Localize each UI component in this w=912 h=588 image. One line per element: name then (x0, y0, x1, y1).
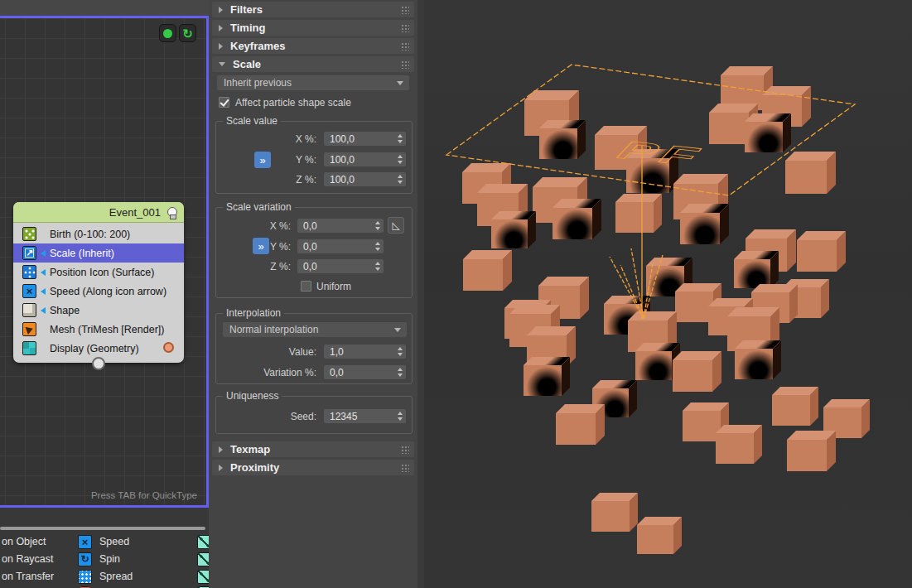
spinner[interactable] (395, 172, 404, 186)
variation-curve-button[interactable]: ◺ (388, 217, 404, 234)
spinner[interactable] (373, 259, 382, 273)
chevron-down-icon (219, 62, 225, 66)
seed-field[interactable]: 12345 (324, 409, 406, 423)
depot-item-label[interactable]: Speed (99, 536, 129, 547)
event-item-scale[interactable]: ↗Scale (Inherit) (13, 243, 184, 263)
event-item-label: Position Icon (Surface) (50, 267, 154, 278)
spinner[interactable] (395, 345, 404, 359)
depot-left-label[interactable]: on Raycast (2, 553, 54, 565)
speed-icon[interactable]: × (78, 535, 92, 549)
spinner[interactable] (373, 219, 382, 233)
pf-source-icon[interactable]: PF (424, 0, 912, 588)
rollout-filters[interactable]: Filters (212, 2, 414, 17)
display-color-swatch[interactable] (163, 342, 174, 353)
test-icon[interactable] (197, 570, 209, 584)
event-node[interactable]: Event_001 Birth (0-100: 200)↗Scale (Inhe… (13, 202, 184, 363)
event-node-header[interactable]: Event_001 (13, 202, 184, 223)
event-item-label: Mesh (TriMesh [Render]) (50, 324, 164, 335)
scale-variation-expand-button[interactable]: » (253, 238, 269, 254)
scale-value-x-row: X %: 100,0 (216, 132, 412, 146)
event-item-speed[interactable]: ×Speed (Along icon arrow) (13, 282, 184, 301)
scale-value-x-field[interactable]: 100,0 (324, 132, 406, 146)
spin-icon[interactable]: ↻ (78, 552, 92, 566)
scale-icon: ↗ (22, 246, 36, 260)
scale-inherit-dropdown[interactable]: Inherit previous (217, 75, 409, 90)
chevron-right-icon (219, 43, 223, 50)
interpolation-variation-field[interactable]: 0,0 (324, 365, 406, 379)
lightbulb-icon[interactable] (167, 207, 177, 217)
spinner[interactable] (373, 239, 382, 253)
event-item-label: Scale (Inherit) (50, 248, 114, 259)
field-value: 1,0 (330, 346, 344, 358)
rollout-proximity[interactable]: Proximity (212, 460, 414, 475)
seed-label: Seed: (291, 411, 316, 422)
event-item-label: Speed (Along icon arrow) (50, 286, 166, 297)
depot-item-label[interactable]: Spin (99, 553, 120, 565)
affect-shape-scale-checkbox[interactable] (219, 97, 229, 108)
z-label: Z %: (270, 261, 291, 272)
spread-icon[interactable] (78, 570, 92, 584)
scale-variation-x-field[interactable]: 0,0 (297, 219, 384, 233)
panel-scroll-gutter[interactable] (417, 0, 424, 588)
field-value: 0,0 (330, 367, 344, 378)
depot-row-spin: on Raycast↻Spin (0, 551, 209, 567)
spinner[interactable] (395, 152, 404, 166)
grip-icon[interactable] (401, 464, 409, 472)
scale-variation-y-field[interactable]: 0,0 (297, 239, 384, 253)
depot-item-label[interactable]: Spread (99, 571, 133, 582)
viewport-3d[interactable]: PF (424, 0, 912, 588)
rollout-texmap[interactable]: Texmap (212, 441, 414, 457)
input-connector-icon (41, 250, 46, 257)
uniform-checkbox[interactable] (301, 281, 311, 292)
interpolation-group: Interpolation Normal interpolation Value… (215, 313, 413, 384)
interpolation-value-row: Value: 1,0 (216, 345, 412, 359)
rollout-label: Keyframes (230, 40, 286, 52)
test-icon[interactable] (197, 552, 209, 566)
test-icon[interactable] (197, 535, 209, 549)
event-item-birth[interactable]: Birth (0-100: 200) (13, 224, 184, 243)
interpolation-variation-row: Variation %: 0,0 (216, 365, 412, 379)
depot-left-label[interactable]: on Object (2, 536, 46, 547)
scale-value-expand-button[interactable]: » (254, 152, 271, 168)
position-icon (22, 265, 36, 279)
scale-variation-y-row: Y %: 0,0 (216, 239, 412, 253)
sync-update-button[interactable]: ↻ (179, 24, 196, 42)
shape-icon (22, 303, 36, 317)
grip-icon[interactable] (401, 42, 409, 51)
interpolation-value-field[interactable]: 1,0 (324, 345, 406, 359)
chevron-right-icon (219, 446, 223, 453)
field-value: 0,0 (303, 241, 317, 253)
event-item-display[interactable]: Display (Geometry) (13, 339, 184, 358)
pf-arrow-line (644, 255, 663, 319)
event-item-label: Display (Geometry) (50, 343, 139, 354)
grip-icon[interactable] (401, 446, 409, 454)
grip-icon[interactable] (401, 24, 409, 32)
y-label: Y %: (270, 241, 291, 253)
event-item-mesh[interactable]: Mesh (TriMesh [Render]) (13, 320, 184, 339)
spinner[interactable] (395, 365, 404, 379)
rollout-keyframes[interactable]: Keyframes (212, 38, 414, 54)
depot-row-spread: on TransferSpread (0, 568, 209, 585)
scale-value-y-field[interactable]: 100,0 (324, 152, 406, 166)
node-editor-pane: ↻ Event_001 Birth (0-100: 200)↗Scale (In… (0, 0, 209, 588)
rollout-label: Proximity (230, 461, 279, 474)
interpolation-dropdown[interactable]: Normal interpolation (223, 322, 407, 337)
spinner[interactable] (395, 132, 404, 146)
scale-value-group: Scale value X %: 100,0 Y %: 100,0 Z %: 1… (215, 121, 413, 194)
grip-icon[interactable] (401, 6, 409, 14)
event-input-port[interactable] (92, 357, 105, 370)
mesh-icon (22, 322, 36, 336)
scale-value-z-field[interactable]: 100,0 (324, 172, 406, 186)
rollout-timing[interactable]: Timing (212, 20, 414, 36)
grip-icon[interactable] (401, 60, 409, 69)
depot-horizontal-scrollbar[interactable] (0, 527, 205, 530)
event-item-shape[interactable]: Shape (13, 301, 184, 320)
node-editor-canvas[interactable]: ↻ Event_001 Birth (0-100: 200)↗Scale (In… (0, 16, 209, 508)
uniform-label: Uniform (316, 281, 351, 292)
event-item-position[interactable]: Position Icon (Surface) (13, 263, 184, 282)
enable-particle-view-button[interactable] (159, 24, 176, 42)
depot-left-label[interactable]: on Transfer (2, 571, 54, 582)
scale-variation-z-field[interactable]: 0,0 (297, 259, 384, 273)
spinner[interactable] (395, 409, 404, 423)
rollout-scale[interactable]: Scale (212, 56, 414, 72)
